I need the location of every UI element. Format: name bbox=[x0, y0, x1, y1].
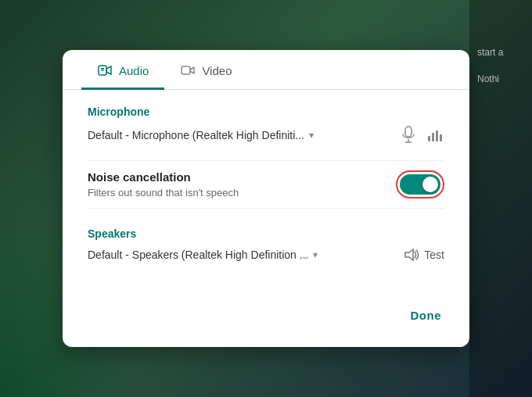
microphone-device-name: Default - Microphone (Realtek High Defin… bbox=[88, 129, 304, 141]
microphone-select[interactable]: Default - Microphone (Realtek High Defin… bbox=[88, 129, 314, 141]
audio-settings-dialog: Audio Video Microphone Default - Microph… bbox=[63, 50, 469, 347]
noise-cancellation-toggle-wrapper bbox=[396, 170, 444, 198]
video-tab-label: Video bbox=[202, 64, 232, 77]
microphone-device-row: Default - Microphone (Realtek High Defin… bbox=[88, 126, 444, 145]
speakers-select[interactable]: Default - Speakers (Realtek High Definit… bbox=[88, 249, 318, 261]
svg-rect-10 bbox=[440, 134, 442, 141]
speakers-dropdown-arrow[interactable]: ▾ bbox=[313, 249, 318, 260]
speakers-test-button[interactable]: Test bbox=[404, 248, 444, 262]
sidebar-right: start a Nothi bbox=[469, 0, 532, 397]
done-button[interactable]: Done bbox=[401, 302, 451, 328]
svg-rect-4 bbox=[405, 127, 412, 137]
tab-video[interactable]: Video bbox=[164, 50, 247, 90]
speakers-section-label: Speakers bbox=[88, 227, 444, 240]
svg-rect-8 bbox=[432, 133, 434, 141]
video-tab-icon bbox=[180, 63, 196, 78]
microphone-dropdown-arrow[interactable]: ▾ bbox=[309, 130, 314, 141]
noise-cancellation-row: Noise cancellation Filters out sound tha… bbox=[88, 160, 444, 209]
svg-rect-2 bbox=[101, 70, 104, 71]
speaker-icon bbox=[404, 248, 419, 262]
speakers-device-row: Default - Speakers (Realtek High Definit… bbox=[88, 248, 444, 262]
svg-rect-3 bbox=[182, 66, 190, 74]
noise-cancellation-toggle[interactable] bbox=[400, 174, 440, 195]
microphone-icons bbox=[401, 126, 444, 145]
svg-rect-9 bbox=[436, 131, 438, 141]
tabs-bar: Audio Video bbox=[63, 50, 469, 90]
audio-levels-icon bbox=[427, 128, 444, 142]
sidebar-text-2: Nothi bbox=[477, 73, 524, 84]
svg-rect-7 bbox=[428, 136, 430, 141]
noise-cancellation-description: Filters out sound that isn't speech bbox=[88, 187, 239, 198]
audio-tab-label: Audio bbox=[119, 64, 149, 77]
dialog-footer: Done bbox=[63, 302, 469, 334]
toggle-knob bbox=[422, 177, 438, 192]
sidebar-text-1: start a bbox=[477, 47, 524, 58]
tab-audio[interactable]: Audio bbox=[81, 50, 164, 90]
audio-tab-icon bbox=[97, 63, 113, 78]
noise-cancellation-info: Noise cancellation Filters out sound tha… bbox=[88, 170, 239, 198]
speakers-device-name: Default - Speakers (Realtek High Definit… bbox=[88, 249, 308, 261]
microphone-icon bbox=[401, 126, 416, 145]
test-label: Test bbox=[424, 249, 444, 261]
svg-rect-1 bbox=[101, 68, 104, 70]
dialog-content: Microphone Default - Microphone (Realtek… bbox=[63, 90, 469, 302]
noise-cancellation-title: Noise cancellation bbox=[88, 170, 239, 184]
microphone-section-label: Microphone bbox=[88, 106, 444, 118]
